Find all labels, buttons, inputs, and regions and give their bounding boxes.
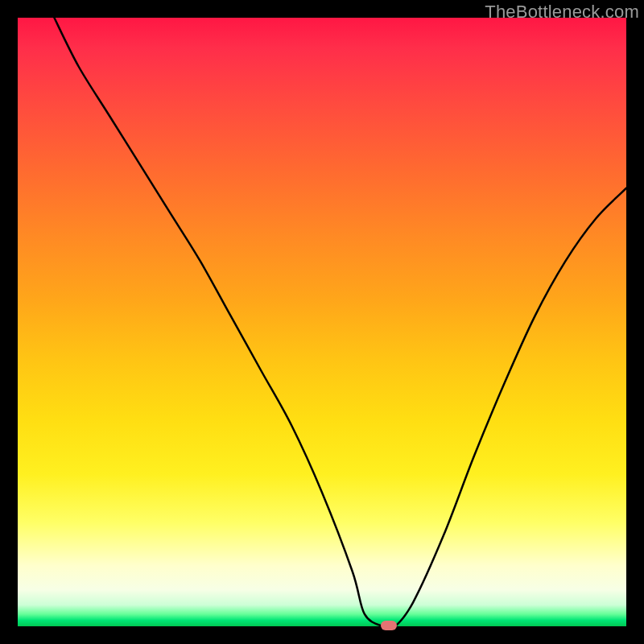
bottleneck-curve xyxy=(18,18,626,626)
watermark-label: TheBottleneck.com xyxy=(485,2,639,23)
chart-frame: TheBottleneck.com xyxy=(0,0,644,644)
plot-area xyxy=(18,18,626,626)
optimal-marker xyxy=(381,621,397,630)
curve-path xyxy=(54,18,626,626)
